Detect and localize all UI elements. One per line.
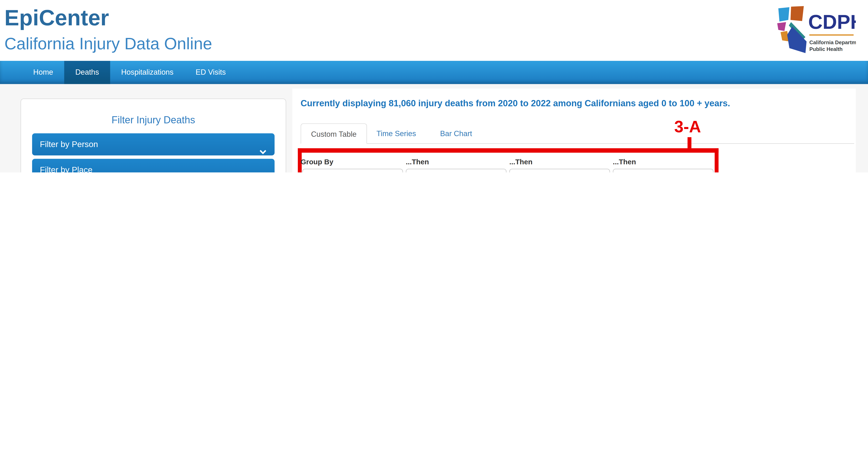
annotation-3a-connector <box>687 137 691 148</box>
california-shape-icon <box>777 6 807 53</box>
app-title: EpiCenter <box>4 5 109 30</box>
filter-panel-title: Filter Injury Deaths <box>21 114 286 126</box>
annotation-3a-label: 3-A <box>674 117 701 136</box>
app-subtitle: California Injury Data Online <box>4 34 212 53</box>
chevron-down-icon <box>259 166 267 172</box>
nav-item-deaths[interactable]: Deaths <box>64 61 110 84</box>
nav-item-home[interactable]: Home <box>22 61 64 84</box>
nav-item-ed-visits[interactable]: ED Visits <box>185 61 237 84</box>
accordion-label: Filter by Place <box>40 165 92 172</box>
logo-org-line1: California Department of <box>809 39 856 45</box>
then-label-2: ...Then <box>509 158 532 166</box>
accordion-label: Filter by Person <box>40 139 98 149</box>
filter-panel: Filter Injury Deaths Filter by Person Fi… <box>21 98 286 172</box>
group-by-label: Group By <box>301 158 334 166</box>
accordion-filter-by-place[interactable]: Filter by Place <box>32 159 274 172</box>
tab-custom-table[interactable]: Custom Table <box>301 123 367 144</box>
nav-item-hospitalizations[interactable]: Hospitalizations <box>110 61 185 84</box>
main-navbar: Home Deaths Hospitalizations ED Visits <box>0 61 868 84</box>
third-grouping-select[interactable]: 3rd Grouping <box>509 169 610 172</box>
annotation-3a-bracket-right-cap <box>715 148 719 172</box>
accordion-filter-by-person[interactable]: Filter by Person <box>32 133 274 156</box>
epicenter-page: EpiCenter California Injury Data Online … <box>0 0 868 172</box>
svg-text:CDPH: CDPH <box>808 11 856 33</box>
logo-org-line2: Public Health <box>809 46 843 52</box>
then-label-3: ...Then <box>613 158 636 166</box>
then-label-1: ...Then <box>406 158 429 166</box>
group-by-select[interactable]: Sex <box>302 169 403 172</box>
second-grouping-select[interactable]: 2nd Grouping <box>406 169 506 172</box>
tab-time-series[interactable]: Time Series <box>376 123 416 144</box>
tab-bar-chart[interactable]: Bar Chart <box>440 123 472 144</box>
fourth-grouping-select[interactable]: 4th Grouping <box>613 169 714 172</box>
cdph-logo: CDPH California Department of Public Hea… <box>773 3 856 59</box>
annotation-3a-bracket-bar <box>298 148 719 153</box>
main-content: Currently displaying 81,060 injury death… <box>292 89 856 172</box>
page-header: EpiCenter California Injury Data Online … <box>0 0 868 61</box>
results-summary: Currently displaying 81,060 injury death… <box>301 98 849 108</box>
